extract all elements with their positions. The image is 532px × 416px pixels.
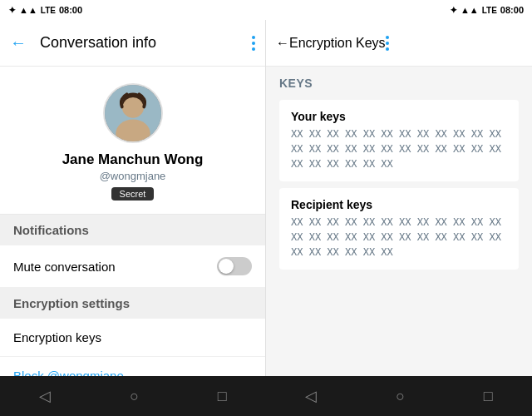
your-keys-label: Your keys bbox=[291, 110, 507, 123]
right-back-button[interactable]: ← bbox=[276, 36, 289, 51]
recipient-keys-value: XX XX XX XX XX XX XX XX XX XX XX XX XX X… bbox=[291, 215, 507, 260]
nav-home-right[interactable]: ○ bbox=[396, 388, 405, 405]
keys-section: Keys Your keys XX XX XX XX XX XX XX XX X… bbox=[266, 67, 532, 283]
time-left: 08:00 bbox=[59, 5, 82, 15]
your-keys-value: XX XX XX XX XX XX XX XX XX XX XX XX XX X… bbox=[291, 126, 507, 171]
your-keys-group: Your keys XX XX XX XX XX XX XX XX XX XX … bbox=[279, 100, 519, 181]
toggle-knob bbox=[219, 259, 234, 274]
right-app-bar: ← Encryption Keys bbox=[266, 20, 532, 67]
avatar bbox=[103, 83, 163, 143]
mute-toggle[interactable] bbox=[217, 257, 252, 275]
encryption-keys-label: Encryption keys bbox=[13, 330, 101, 344]
block-button[interactable]: Block @wongmjane bbox=[0, 357, 265, 376]
left-panel: ← Conversation info bbox=[0, 20, 266, 376]
nav-recents-right[interactable]: □ bbox=[484, 388, 493, 405]
time-right: 08:00 bbox=[500, 5, 524, 15]
network-right: LTE bbox=[482, 6, 497, 15]
status-bar-right: ✦ ▲▲ LTE 08:00 bbox=[450, 5, 524, 16]
username: @wongmjane bbox=[100, 170, 166, 182]
nav-recents-left[interactable]: □ bbox=[218, 388, 227, 405]
right-panel: ← Encryption Keys Keys Your keys XX XX X… bbox=[266, 20, 532, 376]
bluetooth-icon-right: ✦ bbox=[450, 5, 457, 16]
display-name: Jane Manchun Wong bbox=[62, 151, 204, 168]
nav-back-right[interactable]: ◁ bbox=[305, 387, 317, 405]
mute-conversation-item[interactable]: Mute conversation bbox=[0, 245, 265, 288]
secret-badge: Secret bbox=[111, 187, 155, 201]
main-panels: ← Conversation info bbox=[0, 20, 532, 376]
left-more-button[interactable] bbox=[252, 36, 255, 51]
notifications-header: Notifications bbox=[0, 215, 265, 245]
nav-bar: ◁ ○ □ ◁ ○ □ bbox=[0, 376, 532, 416]
encryption-keys-item[interactable]: Encryption keys bbox=[0, 319, 265, 357]
nav-home-left[interactable]: ○ bbox=[130, 388, 139, 405]
nav-back-left[interactable]: ◁ bbox=[39, 387, 51, 405]
recipient-keys-label: Recipient keys bbox=[291, 198, 507, 211]
recipient-keys-group: Recipient keys XX XX XX XX XX XX XX XX X… bbox=[279, 188, 519, 270]
right-title: Encryption Keys bbox=[289, 36, 386, 51]
left-back-button[interactable]: ← bbox=[10, 33, 27, 52]
encryption-header: Encryption settings bbox=[0, 288, 265, 319]
network-left: LTE bbox=[41, 6, 56, 15]
left-title: Conversation info bbox=[40, 34, 252, 52]
status-bar-left: ✦ ▲▲ LTE 08:00 bbox=[8, 5, 82, 16]
status-bar: ✦ ▲▲ LTE 08:00 ✦ ▲▲ LTE 08:00 bbox=[0, 0, 532, 20]
right-more-button[interactable] bbox=[386, 36, 389, 51]
keys-section-title: Keys bbox=[279, 77, 519, 90]
signal-icon-left: ▲▲ bbox=[19, 5, 37, 15]
left-app-bar: ← Conversation info bbox=[0, 20, 265, 67]
mute-label: Mute conversation bbox=[13, 260, 116, 274]
avatar-image bbox=[105, 85, 161, 141]
profile-section: Jane Manchun Wong @wongmjane Secret bbox=[0, 67, 265, 215]
signal-icon-right: ▲▲ bbox=[461, 5, 479, 15]
bluetooth-icon-left: ✦ bbox=[8, 5, 16, 16]
